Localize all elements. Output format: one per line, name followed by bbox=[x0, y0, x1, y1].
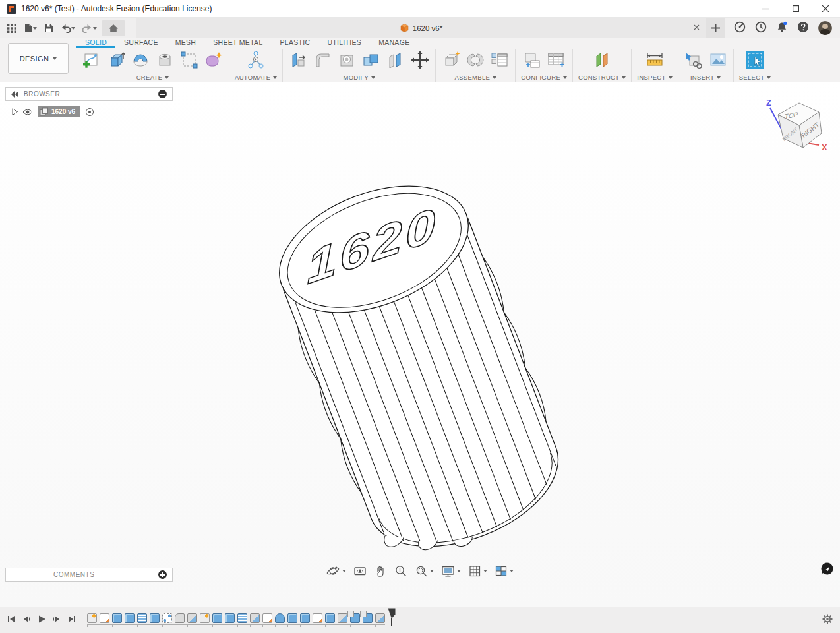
sketch-feature-icon[interactable] bbox=[100, 613, 109, 623]
construct-dropdown[interactable]: CONSTRUCT bbox=[578, 74, 626, 81]
modify-dropdown[interactable]: MODIFY bbox=[343, 74, 375, 81]
tab-utilities[interactable]: UTILITIES bbox=[318, 38, 370, 48]
revolve-feature-icon[interactable] bbox=[275, 613, 285, 623]
chamfer-feature-icon[interactable] bbox=[250, 613, 260, 623]
orbit-button[interactable] bbox=[324, 563, 349, 579]
pan-button[interactable] bbox=[371, 563, 390, 579]
tab-plastic[interactable]: PLASTIC bbox=[272, 38, 319, 48]
look-at-button[interactable] bbox=[351, 563, 369, 579]
create-dropdown[interactable]: CREATE bbox=[136, 74, 169, 81]
view-cube[interactable]: Z X TOP RIGHT FRONT bbox=[761, 95, 829, 160]
visibility-eye-icon[interactable] bbox=[22, 108, 33, 116]
fillet-icon[interactable] bbox=[313, 50, 332, 73]
feedback-chat-icon[interactable] bbox=[821, 562, 833, 578]
chamfer-feature-icon[interactable] bbox=[338, 613, 347, 623]
step-forward-button[interactable] bbox=[52, 615, 61, 626]
save-button[interactable] bbox=[42, 20, 55, 36]
extrude-feature-icon[interactable] bbox=[225, 613, 235, 623]
go-to-start-button[interactable] bbox=[7, 615, 16, 626]
tab-sheet-metal[interactable]: SHEET METAL bbox=[204, 38, 271, 48]
extrude-feature-icon[interactable] bbox=[325, 613, 335, 623]
extrude-feature-icon[interactable] bbox=[287, 613, 297, 623]
move-copy-icon[interactable] bbox=[410, 50, 430, 73]
assemble-dropdown[interactable]: ASSEMBLE bbox=[455, 74, 497, 81]
extrude-feature-icon[interactable] bbox=[150, 613, 160, 623]
step-back-button[interactable] bbox=[22, 615, 31, 626]
tab-surface[interactable]: SURFACE bbox=[115, 38, 167, 48]
new-component-icon[interactable] bbox=[441, 50, 461, 73]
notifications-bell-icon[interactable] bbox=[776, 21, 788, 36]
extensions-icon[interactable] bbox=[734, 21, 746, 36]
browser-collapse-icon[interactable] bbox=[158, 90, 167, 98]
browser-root-item[interactable]: 1620 v6 bbox=[12, 106, 173, 117]
automate-icon[interactable] bbox=[246, 50, 266, 73]
sketch-feature-icon[interactable] bbox=[313, 613, 322, 623]
comments-panel[interactable]: COMMENTS bbox=[5, 568, 173, 582]
extrude-feature-icon[interactable] bbox=[212, 613, 222, 623]
coil-feature-icon[interactable] bbox=[237, 613, 247, 623]
timeline-settings-gear-icon[interactable] bbox=[822, 613, 833, 628]
pattern-feature-icon[interactable] bbox=[350, 613, 360, 623]
canvas-icon[interactable] bbox=[708, 50, 728, 73]
construction-plane-icon[interactable] bbox=[592, 50, 612, 73]
pattern-feature-icon[interactable] bbox=[363, 613, 373, 623]
app-grid-icon[interactable] bbox=[5, 20, 18, 36]
sketch-feature-icon[interactable] bbox=[262, 613, 272, 623]
viewport-canvas[interactable]: 1620 BROWSER 1620 v6 Z X TOP bbox=[0, 83, 840, 607]
insert-derive-icon[interactable] bbox=[684, 50, 704, 73]
timeline-position-marker[interactable] bbox=[387, 607, 396, 630]
file-menu-button[interactable] bbox=[21, 20, 39, 36]
add-comment-icon[interactable] bbox=[158, 570, 167, 579]
sketchpattern-feature-icon[interactable] bbox=[162, 613, 172, 623]
fillet-feature-icon[interactable] bbox=[175, 613, 185, 623]
go-to-end-button[interactable] bbox=[67, 615, 76, 626]
create-sketch-icon[interactable] bbox=[82, 50, 102, 73]
hole-icon[interactable] bbox=[155, 50, 175, 73]
joint-icon[interactable] bbox=[465, 50, 485, 73]
bom-icon[interactable] bbox=[490, 50, 510, 73]
offset-face-icon[interactable] bbox=[386, 50, 405, 73]
tab-solid[interactable]: SOLID bbox=[76, 38, 115, 48]
extrude-feature-icon[interactable] bbox=[112, 613, 122, 623]
select-dropdown[interactable]: SELECT bbox=[739, 74, 771, 81]
extrude-icon[interactable] bbox=[106, 50, 126, 73]
expand-arrow-icon[interactable] bbox=[12, 108, 18, 115]
inspect-dropdown[interactable]: INSPECT bbox=[637, 74, 672, 81]
job-status-icon[interactable] bbox=[755, 21, 767, 36]
minimize-button[interactable] bbox=[751, 0, 781, 18]
document-tab[interactable]: 1620 v6* bbox=[136, 18, 706, 38]
measure-icon[interactable] bbox=[645, 50, 665, 73]
account-avatar[interactable] bbox=[818, 21, 832, 35]
tab-mesh[interactable]: MESH bbox=[167, 38, 205, 48]
close-button[interactable] bbox=[810, 0, 840, 18]
configuration-icon[interactable] bbox=[522, 50, 542, 73]
extrude-feature-icon[interactable] bbox=[300, 613, 310, 623]
configuration-table-icon[interactable] bbox=[547, 50, 566, 73]
extrude-feature-icon[interactable] bbox=[125, 613, 135, 623]
display-settings-button[interactable] bbox=[438, 563, 464, 579]
component-feature-icon[interactable] bbox=[87, 613, 97, 623]
shell-icon[interactable] bbox=[337, 50, 357, 73]
combine-icon[interactable] bbox=[361, 50, 381, 73]
help-icon[interactable] bbox=[797, 21, 809, 36]
workspace-selector[interactable]: DESIGN bbox=[8, 43, 69, 74]
press-pull-icon[interactable] bbox=[288, 50, 308, 73]
create-form-icon[interactable] bbox=[204, 50, 224, 73]
zoom-button[interactable] bbox=[392, 563, 410, 579]
select-icon[interactable] bbox=[744, 49, 765, 73]
home-view-button[interactable] bbox=[102, 20, 125, 36]
configure-dropdown[interactable]: CONFIGURE bbox=[521, 74, 567, 81]
chamfer-feature-icon[interactable] bbox=[187, 613, 197, 623]
root-component-chip[interactable]: 1620 v6 bbox=[38, 106, 80, 117]
model-knob[interactable]: 1620 bbox=[0, 83, 840, 607]
automate-dropdown[interactable]: AUTOMATE bbox=[235, 74, 277, 81]
fit-button[interactable] bbox=[412, 563, 436, 579]
insert-dropdown[interactable]: INSERT bbox=[690, 74, 721, 81]
new-tab-button[interactable] bbox=[706, 18, 725, 38]
tab-manage[interactable]: MANAGE bbox=[370, 38, 418, 48]
play-button[interactable] bbox=[37, 615, 46, 626]
redo-button[interactable] bbox=[80, 20, 99, 36]
maximize-button[interactable] bbox=[781, 0, 810, 18]
undo-button[interactable] bbox=[58, 20, 77, 36]
activate-radio-icon[interactable] bbox=[85, 107, 94, 117]
